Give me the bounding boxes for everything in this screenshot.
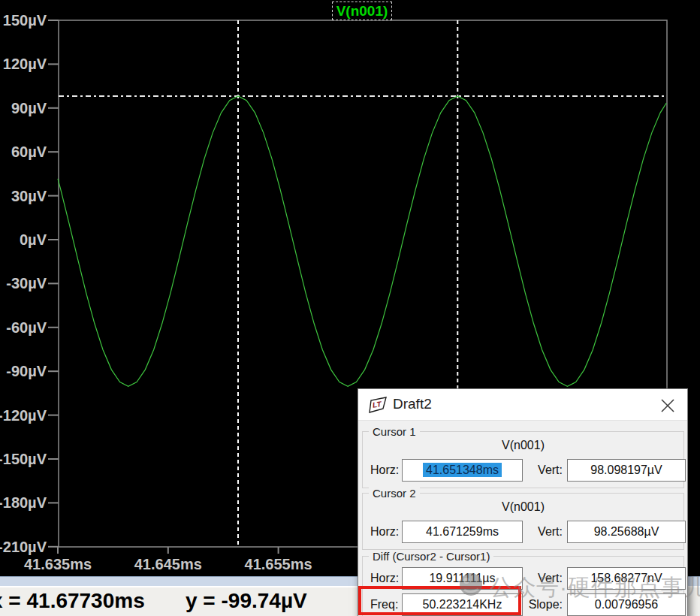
cursor2-vert-label: Vert:	[523, 521, 563, 543]
waveform-trace	[58, 96, 666, 386]
cursor1-horz-field[interactable]: 41.651348ms	[402, 459, 523, 482]
y-tick-label: -180µV	[0, 494, 47, 511]
x-tick-label: 41.655ms	[245, 556, 312, 572]
trace-label[interactable]: V(n001)	[332, 2, 392, 20]
cursor1-group: Cursor 1 V(n001) Horz: 41.651348ms Vert:…	[362, 431, 684, 488]
cursor2-horz-field[interactable]: 41.671259ms	[402, 521, 523, 543]
dialog-title: Draft2	[393, 396, 432, 412]
y-tick-label: -60µV	[6, 319, 47, 336]
cursor1-horz-value: 41.651348ms	[423, 463, 502, 477]
status-y-readout: y = -99.74µV	[186, 589, 307, 613]
x-tick-label: 41.635ms	[24, 556, 92, 572]
diff-slope-field[interactable]: 0.00796956	[567, 593, 686, 616]
diff-slope-label: Slope:	[523, 593, 563, 616]
ltspice-logo-icon: LT	[367, 395, 388, 418]
diff-vert-label: Vert:	[523, 567, 563, 590]
cursor2-trace-name: V(n001)	[363, 500, 683, 514]
dialog-titlebar[interactable]: LT Draft2	[358, 389, 687, 421]
y-tick-label: -210µV	[0, 539, 47, 555]
y-tick-label: -150µV	[0, 451, 47, 467]
cursor2-vert-field[interactable]: 98.25688µV	[567, 521, 686, 543]
cursor2-group-label: Cursor 2	[369, 487, 420, 500]
y-tick-label: -90µV	[6, 363, 47, 379]
y-tick-label: 0µV	[20, 231, 47, 248]
y-tick-label: 150µV	[3, 12, 47, 29]
cursor1-vert-field[interactable]: 98.098197µV	[567, 459, 686, 482]
diff-vert-field[interactable]: 158.68277nV	[567, 567, 686, 590]
cursor1-trace-name: V(n001)	[363, 439, 683, 452]
close-icon[interactable]	[659, 397, 677, 415]
x-tick-label: 41.645ms	[134, 556, 202, 572]
y-tick-label: 30µV	[11, 188, 47, 204]
freq-highlight-box	[358, 586, 521, 615]
y-tick-label: 60µV	[11, 143, 47, 160]
ltspice-window: 150µV120µV90µV60µV30µV0µV-30µV-60µV-90µV…	[0, 0, 700, 616]
cursor2-group: Cursor 2 V(n001) Horz: 41.671259ms Vert:…	[362, 493, 684, 550]
cursor2-horz-label: Horz:	[370, 521, 402, 543]
cursor1-horz-label: Horz:	[370, 459, 402, 482]
cursor1-vert-label: Vert:	[523, 459, 563, 482]
diff-group-label: Diff (Cursor2 - Cursor1)	[369, 550, 493, 563]
y-tick-label: 120µV	[3, 56, 47, 72]
status-x-readout: x = 41.67730ms	[0, 589, 145, 613]
cursor1-group-label: Cursor 1	[369, 425, 420, 438]
cursor-dialog: LT Draft2 Cursor 1 V(n001) Horz: 41.6513…	[358, 388, 688, 616]
y-tick-label: -30µV	[6, 275, 47, 291]
y-tick-label: -120µV	[0, 407, 47, 424]
y-tick-label: 90µV	[11, 100, 47, 116]
